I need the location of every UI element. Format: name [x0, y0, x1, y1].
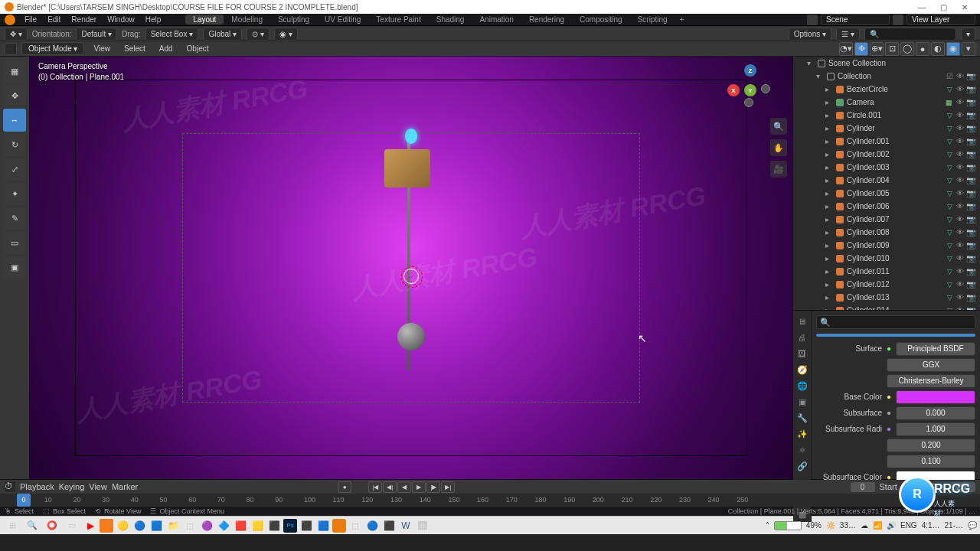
eye-icon[interactable]: 👁 [956, 137, 965, 145]
workspace-uv[interactable]: UV Editing [317, 15, 368, 24]
start-frame-field[interactable]: 1 [902, 482, 926, 492]
transform-orientation-dropdown[interactable]: Global ▾ [203, 28, 242, 41]
prop-tab-modifiers[interactable]: 🔧 [795, 410, 810, 425]
render-icon[interactable]: 📷 [966, 228, 975, 236]
shading-dropdown[interactable]: ▾ [962, 42, 975, 56]
menu-edit[interactable]: Edit [43, 15, 65, 24]
tool-move[interactable]: ↔ [3, 109, 26, 132]
eye-icon[interactable]: 👁 [956, 215, 965, 223]
outliner-item[interactable]: ▸BezierCircle▽👁📷 [793, 83, 980, 96]
blender-taskbar-icon[interactable] [332, 519, 346, 533]
render-icon[interactable]: 📷 [966, 241, 975, 249]
app-icon-7[interactable]: 🟨 [250, 518, 265, 533]
properties-search[interactable]: 🔍 [816, 315, 975, 329]
minimize-button[interactable]: — [911, 0, 933, 14]
app-icon-8[interactable]: ⬛ [266, 518, 282, 533]
ss-radii-node-dot-icon[interactable] [887, 427, 891, 432]
app-icon-blue[interactable]: 🟦 [315, 518, 331, 533]
timeline-ruler[interactable]: 0 10203040506070809010011012013014015016… [0, 494, 980, 507]
prop-tab-particles[interactable]: ✨ [795, 426, 810, 442]
eye-icon[interactable]: 👁 [956, 163, 965, 171]
eye-icon[interactable]: 👁 [956, 150, 965, 158]
outliner-item[interactable]: ▸Cylinder.010▽👁📷 [793, 252, 980, 265]
workspace-animation[interactable]: Animation [472, 15, 521, 24]
prop-tab-scene[interactable]: 🧭 [795, 362, 810, 377]
eye-icon[interactable]: 👁 [956, 228, 965, 236]
render-icon[interactable]: 📷 [966, 189, 975, 197]
outliner-item[interactable]: ▸Circle.001▽👁📷 [793, 109, 980, 122]
app-icon-11[interactable]: ⬛ [381, 518, 397, 533]
start-button[interactable]: ⊞ [3, 518, 21, 533]
outliner-item[interactable]: ▸Cylinder.009▽👁📷 [793, 239, 980, 252]
render-icon[interactable]: 📷 [966, 254, 975, 262]
app-icon-4[interactable]: 🟣 [199, 518, 214, 533]
app-icon-6[interactable]: 🟥 [233, 518, 248, 533]
prop-tab-physics[interactable]: ⚛ [795, 442, 810, 458]
shading-wireframe[interactable]: ◯ [900, 42, 914, 56]
outliner-item[interactable]: ▸Cylinder.011▽👁📷 [793, 265, 980, 278]
subsurface-node-dot-icon[interactable] [887, 411, 891, 416]
shading-material[interactable]: ◐ [931, 42, 945, 56]
end-frame-field[interactable]: 250 [950, 482, 975, 492]
workspace-texpaint[interactable]: Texture Paint [368, 15, 428, 24]
ss-color-node-dot-icon[interactable] [887, 475, 891, 480]
material-preview-slider[interactable] [816, 334, 975, 337]
youtube-icon[interactable]: ▶ [83, 518, 98, 533]
viewlayer-field[interactable]: View Layer [906, 14, 975, 25]
render-icon[interactable]: 📷 [966, 137, 975, 145]
outliner-item[interactable]: ▸Cylinder.006▽👁📷 [793, 200, 980, 213]
tool-rotate[interactable]: ↻ [3, 133, 26, 156]
workspace-modeling[interactable]: Modeling [224, 15, 270, 24]
ss-radius-g[interactable]: 0.200 [887, 439, 975, 452]
tool-transform[interactable]: ✦ [3, 182, 26, 205]
tray-notifications-icon[interactable]: 💬 [968, 521, 977, 530]
outliner-scene-root[interactable]: ▾ Scene Collection [793, 57, 980, 70]
prop-tab-render[interactable]: 🖥 [795, 314, 810, 329]
outliner-filter[interactable]: ▾ [961, 28, 975, 41]
prop-tab-world[interactable]: 🌐 [795, 378, 810, 393]
eye-icon[interactable]: 👁 [956, 280, 965, 289]
mode-dropdown[interactable]: Object Mode ▾ [21, 42, 84, 55]
orientation-dropdown[interactable]: Default ▾ [76, 28, 117, 41]
eye-icon[interactable]: 👁 [956, 293, 965, 302]
shading-rendered[interactable]: ◉ [946, 42, 960, 56]
eye-icon[interactable]: 👁 [956, 189, 965, 197]
workspace-layout[interactable]: Layout [185, 15, 224, 24]
outliner-search[interactable]: 🔍 [864, 28, 956, 41]
photoshop-icon[interactable]: Ps [283, 519, 297, 533]
tool-cursor[interactable]: ✥ [3, 84, 26, 107]
prop-tab-constraints[interactable]: 🔗 [795, 458, 810, 474]
render-icon[interactable]: 📷 [966, 85, 975, 93]
outliner-item[interactable]: ▸Cylinder.007▽👁📷 [793, 213, 980, 226]
render-icon[interactable]: 📷 [966, 124, 975, 132]
play-button[interactable]: ▶ [412, 481, 426, 493]
axis-y-icon[interactable]: Y [744, 84, 756, 96]
render-icon[interactable]: 📷 [966, 267, 975, 276]
outliner-collection[interactable]: ▾ Collection ☑👁📷 [793, 70, 980, 83]
menu-render[interactable]: Render [67, 15, 101, 24]
tool-add-cube[interactable]: ▣ [3, 256, 26, 279]
app-icon-9[interactable]: ◻ [348, 518, 363, 533]
tray-temp-icon[interactable]: 🔆 [826, 521, 835, 530]
base-color-node-dot-icon[interactable] [887, 395, 891, 399]
app-icon-u[interactable]: ⬛ [299, 518, 314, 533]
play-reverse-button[interactable]: ◀ [397, 481, 411, 493]
prop-tab-viewlayer[interactable]: 🖼 [795, 346, 810, 361]
menu-object[interactable]: Object [182, 44, 214, 53]
menu-help[interactable]: Help [141, 15, 166, 24]
menu-add[interactable]: Add [155, 44, 178, 53]
render-icon[interactable]: 📷 [966, 293, 975, 302]
add-workspace-button[interactable]: + [675, 15, 689, 24]
current-frame-field[interactable]: 0 [851, 482, 875, 492]
prop-tab-output[interactable]: 🖨 [795, 330, 810, 345]
render-icon[interactable]: 📷 [966, 202, 975, 210]
tray-wifi-icon[interactable]: 📶 [873, 521, 882, 530]
axis-neg-y-icon[interactable] [761, 84, 770, 93]
outliner-display-dropdown[interactable]: ☰ ▾ [836, 28, 860, 41]
xray-toggle[interactable]: ⊡ [885, 42, 899, 56]
drag-dropdown[interactable]: Select Box ▾ [145, 28, 199, 41]
tray-cloud-icon[interactable]: ☁ [861, 521, 868, 530]
app-icon-10[interactable]: 🔵 [364, 518, 380, 533]
app-icon-3[interactable]: ◻ [182, 518, 198, 533]
overlay-toggle[interactable]: ⊕▾ [870, 42, 884, 56]
